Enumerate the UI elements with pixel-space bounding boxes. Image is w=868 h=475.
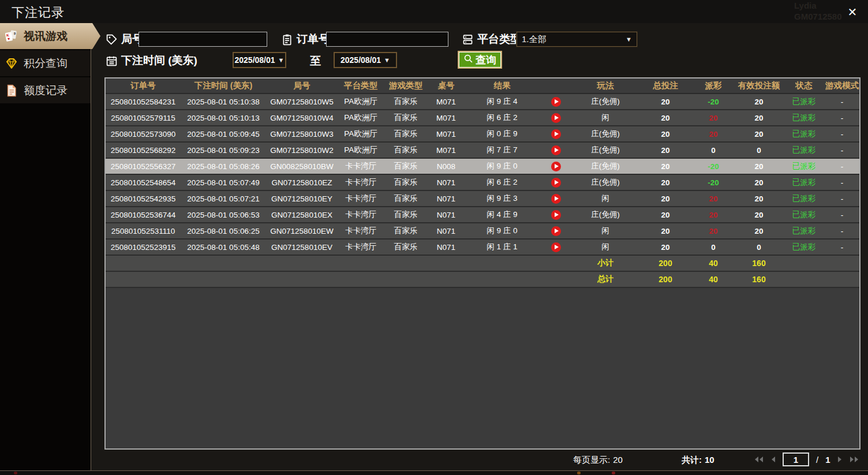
cell-game: 百家乐 [384, 210, 428, 220]
cell-mode: - [825, 211, 859, 219]
cell-payout: 0 [692, 243, 735, 252]
play-video-icon[interactable] [551, 242, 561, 252]
cell-payout: 20 [692, 114, 735, 122]
chevron-down-icon: ▼ [278, 57, 285, 63]
sidebar-item-points-query[interactable]: 积分查询 [0, 50, 91, 76]
title-bar: Lydia GM0712580 20 - 200,00 0 下注记录 ✕ [0, 0, 868, 23]
cell-valid: 20 [735, 98, 783, 106]
subtotal-bet: 200 [639, 259, 692, 268]
sidebar-item-quota-records[interactable]: 额度记录 [0, 77, 91, 103]
play-video-icon[interactable] [551, 178, 561, 188]
play-video-icon[interactable] [551, 97, 561, 107]
sidebar-item-video-games[interactable]: 9 K ♥ 视讯游戏 [0, 23, 100, 49]
cell-time: 2025-08-01 05:08:26 [181, 162, 266, 171]
play-video-icon[interactable] [551, 113, 561, 123]
cell-platform: 卡卡湾厅 [338, 210, 384, 220]
cell-table_no: N071 [428, 211, 465, 219]
play-video-icon[interactable] [551, 210, 561, 220]
cell-result: 闲 6 庄 2 [465, 113, 540, 123]
date-from-picker[interactable]: 2025/08/01 ▼ [233, 52, 286, 68]
cell-game: 百家乐 [384, 177, 428, 188]
cell-platform: 卡卡湾厅 [338, 242, 384, 252]
play-video-icon[interactable] [551, 145, 561, 155]
column-header-playtype: 玩法 [572, 80, 639, 91]
cell-time: 2025-08-01 05:10:38 [181, 98, 266, 106]
cell-valid: 20 [735, 211, 783, 219]
cell-valid: 0 [735, 146, 783, 155]
background-fragment [612, 472, 615, 474]
cell-status: 已派彩 [783, 145, 825, 155]
cell-play [540, 129, 572, 139]
column-header-bet: 总投注 [639, 80, 692, 91]
table-row[interactable]: 2508010525842312025-08-01 05:10:38GM0712… [106, 94, 859, 110]
cell-game: 百家乐 [384, 161, 428, 171]
cell-round: GN071258010EW [266, 227, 338, 235]
cell-game: 百家乐 [384, 193, 428, 204]
column-header-payout: 派彩 [692, 80, 735, 91]
table-row[interactable]: 2508010525791152025-08-01 05:10:13GM0712… [106, 110, 859, 126]
table-row[interactable]: 2508010525239152025-08-01 05:05:48GN0712… [106, 240, 859, 256]
cell-payout: -20 [692, 178, 735, 187]
content-area: 局号 订单号 [91, 23, 868, 470]
cell-playtype: 庄(免佣) [572, 177, 639, 188]
cell-result: 闲 9 庄 3 [465, 193, 540, 204]
cell-payout: 20 [692, 227, 735, 235]
sidebar-item-label: 视讯游戏 [24, 29, 68, 44]
cell-order: 250801052573090 [106, 130, 181, 139]
table-row[interactable]: 2508010525486542025-08-01 05:07:49GN0712… [106, 175, 859, 191]
cell-payout: 0 [692, 146, 735, 155]
cell-mode: - [825, 130, 859, 139]
cell-valid: 0 [735, 243, 783, 252]
cell-platform: 卡卡湾厅 [338, 161, 384, 171]
cell-round: GN071258010EZ [266, 178, 338, 187]
cell-playtype: 庄(免佣) [572, 96, 639, 107]
close-icon[interactable]: ✕ [845, 5, 860, 20]
cell-status: 已派彩 [783, 129, 825, 139]
column-header-game: 游戏类型 [384, 80, 428, 91]
background-strip [0, 471, 868, 475]
cell-order: 250801052568292 [106, 146, 181, 155]
round-number-input[interactable] [139, 32, 267, 47]
cell-status: 已派彩 [783, 177, 825, 188]
play-video-icon[interactable] [551, 162, 561, 171]
cell-round: GN071258010EX [266, 211, 338, 219]
play-video-icon[interactable] [551, 226, 561, 236]
table-row[interactable]: 2508010525682922025-08-01 05:09:23GM0712… [106, 143, 859, 159]
query-button[interactable]: 查询 [458, 51, 502, 69]
cell-time: 2025-08-01 05:06:53 [181, 211, 266, 219]
table-row[interactable]: 2508010525311102025-08-01 05:06:25GN0712… [106, 223, 859, 240]
last-page-icon[interactable] [850, 456, 859, 463]
cell-valid: 20 [735, 162, 783, 171]
next-page-icon[interactable] [837, 456, 843, 463]
first-page-icon[interactable] [754, 456, 764, 463]
platform-type-select[interactable]: 1.全部 ▼ [517, 32, 637, 47]
column-header-time: 下注时间 (美东) [181, 80, 266, 91]
cell-round: GM071258010W3 [266, 130, 338, 139]
page-number-input[interactable] [783, 452, 809, 466]
order-number-input[interactable] [326, 32, 448, 47]
cell-bet: 20 [639, 195, 692, 203]
cell-game: 百家乐 [384, 145, 428, 155]
column-header-mode: 游戏模式 [825, 80, 859, 91]
play-video-icon[interactable] [551, 194, 561, 204]
cell-platform: 卡卡湾厅 [338, 226, 384, 236]
table-row[interactable]: 2508010525730902025-08-01 05:09:45GM0712… [106, 126, 859, 143]
cell-order: 250801052556327 [106, 162, 181, 171]
date-to-picker[interactable]: 2025/08/01 ▼ [334, 52, 397, 68]
cell-table_no: M071 [428, 114, 465, 122]
subtotal-row: 小计20040160 [106, 256, 859, 272]
table-row[interactable]: 2508010525367442025-08-01 05:06:53GN0712… [106, 207, 859, 223]
cell-playtype: 庄(免佣) [572, 161, 639, 171]
sidebar: 9 K ♥ 视讯游戏 积分查询 [0, 23, 91, 470]
cell-time: 2025-08-01 05:06:25 [181, 227, 266, 235]
previous-page-icon[interactable] [770, 456, 776, 463]
cell-result: 闲 7 庄 7 [465, 145, 540, 155]
cell-result: 闲 9 庄 4 [465, 96, 540, 107]
cell-playtype: 庄(免佣) [572, 145, 639, 155]
play-video-icon[interactable] [551, 129, 561, 139]
table-row[interactable]: 2508010525563272025-08-01 05:08:26GN0082… [106, 159, 859, 175]
table-row[interactable]: 2508010525429352025-08-01 05:07:21GN0712… [106, 191, 859, 207]
cell-round: GM071258010W4 [266, 114, 338, 122]
records-count-label: 共计: [682, 455, 702, 466]
sidebar-item-label: 额度记录 [24, 83, 68, 98]
